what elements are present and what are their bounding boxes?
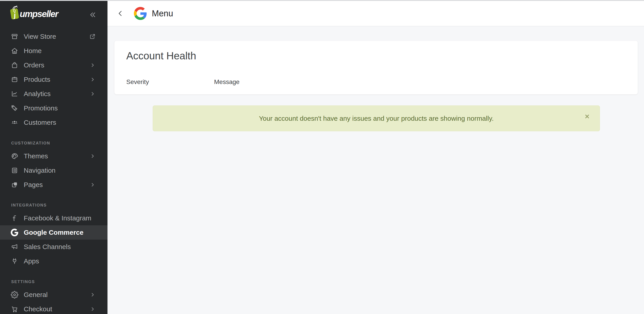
app-window: j umpseller View Store: [0, 0, 644, 314]
chevron-right-icon: [90, 76, 96, 82]
tag-letter: j: [13, 11, 16, 18]
column-header-severity: Severity: [126, 78, 149, 86]
list-icon: [11, 167, 18, 174]
sidebar-item-pages[interactable]: Pages: [0, 178, 108, 192]
chevron-right-icon: [90, 182, 96, 188]
plug-icon: [11, 257, 18, 265]
sidebar-item-label: Checkout: [24, 305, 52, 313]
sidebar-item-label: Sales Channels: [24, 243, 71, 250]
sidebar-item-label: Pages: [24, 181, 43, 188]
cart-icon: [11, 305, 18, 313]
chevron-right-icon: [90, 306, 96, 312]
chevron-right-icon: [90, 91, 96, 97]
sidebar-item-customers[interactable]: Customers: [0, 115, 108, 130]
sidebar-item-label: Navigation: [24, 167, 56, 174]
sidebar-item-label: Google Commerce: [24, 229, 84, 236]
close-icon: [584, 114, 590, 119]
tag-hole: [13, 10, 16, 12]
topbar: Menu: [108, 1, 644, 26]
sidebar-item-promotions[interactable]: Promotions: [0, 101, 108, 115]
page-title: Menu: [152, 9, 173, 18]
sidebar-item-checkout[interactable]: Checkout: [0, 302, 108, 314]
megaphone-icon: [11, 243, 18, 250]
people-icon: [11, 119, 18, 126]
section-label-customization: CUSTOMIZATION: [11, 141, 108, 146]
sidebar-item-label: View Store: [24, 33, 56, 40]
sidebar-item-label: Analytics: [24, 90, 50, 98]
success-alert: Your account doesn't have any issues and…: [153, 106, 600, 131]
sidebar-item-label: Orders: [24, 61, 44, 69]
sidebar-item-home[interactable]: Home: [0, 44, 108, 58]
back-button[interactable]: [116, 9, 125, 18]
sidebar-item-facebook-instagram[interactable]: Facebook & Instagram: [0, 211, 108, 225]
sidebar-nav: View Store Home Orders: [0, 29, 108, 314]
alert-message: Your account doesn't have any issues and…: [259, 115, 494, 122]
sidebar-item-navigation[interactable]: Navigation: [0, 163, 108, 178]
sidebar-item-themes[interactable]: Themes: [0, 149, 108, 163]
sidebar-item-label: Promotions: [24, 104, 58, 112]
card-title: Account Health: [126, 50, 196, 62]
sidebar-item-products[interactable]: Products: [0, 72, 108, 87]
sidebar-item-apps[interactable]: Apps: [0, 254, 108, 268]
external-link-icon: [89, 33, 96, 40]
home-icon: [11, 47, 18, 55]
sidebar: j umpseller View Store: [0, 1, 108, 314]
brand-wordmark: umpseller: [20, 10, 58, 18]
column-header-message: Message: [214, 78, 240, 86]
google-g-icon: [11, 229, 18, 236]
sidebar-item-google-commerce[interactable]: Google Commerce: [0, 225, 108, 240]
sidebar-item-label: Themes: [24, 152, 48, 160]
tag-string-icon: [11, 5, 18, 10]
sidebar-item-orders[interactable]: Orders: [0, 58, 108, 72]
gear-icon: [11, 291, 18, 298]
sidebar-item-label: General: [24, 291, 48, 298]
window-top-edge: [0, 0, 644, 1]
google-logo-icon: [134, 7, 147, 20]
sidebar-item-analytics[interactable]: Analytics: [0, 87, 108, 101]
chart-icon: [11, 90, 18, 98]
section-label-integrations: INTEGRATIONS: [11, 203, 108, 208]
pages-icon: [11, 181, 18, 188]
main-content: Account Health Severity Message Your acc…: [108, 26, 644, 314]
shopping-bag-icon: [11, 61, 18, 69]
account-health-card: Account Health Severity Message: [114, 40, 638, 94]
storefront-icon: [11, 33, 18, 40]
jumpseller-tag-icon: j: [10, 8, 19, 20]
tags-icon: [11, 104, 18, 112]
section-label-settings: SETTINGS: [11, 279, 108, 284]
chevron-left-icon: [117, 10, 124, 17]
chevron-right-icon: [90, 153, 96, 159]
sidebar-item-view-store[interactable]: View Store: [0, 29, 108, 44]
sidebar-item-sales-channels[interactable]: Sales Channels: [0, 240, 108, 254]
sidebar-item-label: Facebook & Instagram: [24, 214, 91, 222]
facebook-icon: [11, 214, 18, 222]
chevrons-left-icon: [89, 12, 96, 18]
alert-close-button[interactable]: [584, 113, 590, 120]
sidebar-item-label: Customers: [24, 119, 56, 126]
palette-icon: [11, 152, 18, 160]
sidebar-item-general[interactable]: General: [0, 288, 108, 302]
sidebar-item-label: Home: [24, 47, 42, 55]
sidebar-item-label: Products: [24, 76, 50, 83]
chevron-right-icon: [90, 62, 96, 68]
sidebar-collapse-button[interactable]: [88, 11, 97, 19]
package-icon: [11, 76, 18, 83]
sidebar-item-label: Apps: [24, 257, 39, 265]
chevron-right-icon: [90, 292, 96, 298]
